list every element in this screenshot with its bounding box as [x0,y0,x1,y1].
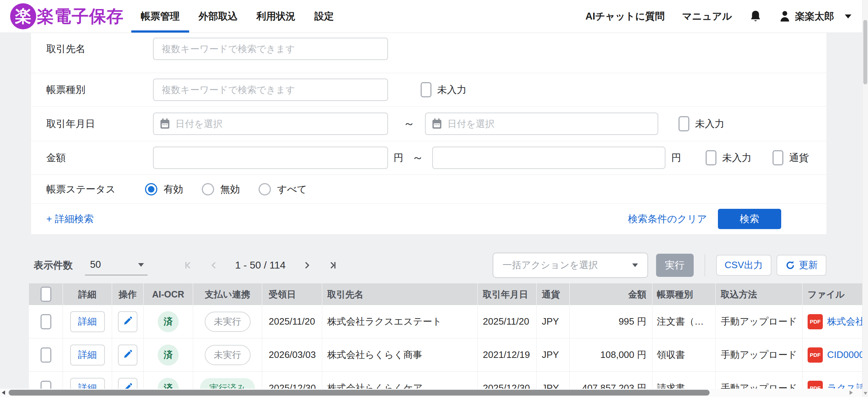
chevron-down-icon [632,263,638,267]
horizontal-scrollbar[interactable] [0,389,862,397]
doctype-blank-checkbox[interactable] [421,82,431,97]
amount-cell: 407,857,203 円 [570,372,652,389]
advanced-search-link[interactable]: + 詳細検索 [46,212,94,225]
payment-link-cell: 実行済み [193,372,262,389]
search-footer: + 詳細検索 検索条件のクリア 検索 [31,204,826,234]
search-button[interactable]: 検索 [718,209,781,229]
pagination: 1 - 50 / 114 [179,257,341,274]
status-option-無効[interactable]: 無効 [202,183,240,196]
prev-page-button[interactable] [205,257,222,274]
txndate-to-input[interactable]: 日付を選択 [425,113,658,135]
partner-name-cell-text: 株式会社らくらくケア [327,382,423,389]
ai-ocr-cell: 済 [144,372,193,389]
status-option-すべて[interactable]: すべて [259,183,307,196]
amount-cell-text: 995 円 [618,315,646,328]
amount-blank-checkbox[interactable] [706,150,716,165]
radio-icon[interactable] [202,183,214,195]
transaction-date-cell: 2021/12/19 [478,338,537,371]
tab-外部取込[interactable]: 外部取込 [189,0,247,33]
tab-帳票管理[interactable]: 帳票管理 [131,0,189,33]
partner-input[interactable] [153,38,388,60]
pencil-icon [123,383,133,389]
calendar-icon [431,118,442,130]
refresh-button[interactable]: 更新 [776,255,826,276]
documents-table: 詳細操作AI-OCR支払い連携受領日取引先名取引年月日通貨金額帳票種別取込方法フ… [29,283,862,389]
doctype-input[interactable] [153,79,388,101]
scroll-down-arrow-icon[interactable] [864,392,867,395]
notification-bell-icon[interactable] [749,10,762,23]
list-controls: 表示件数 50 1 - 50 / 114 一括アクションを選択 実行 CSV出力… [31,250,826,280]
column-header-取込方法: 取込方法 [716,283,803,305]
table-header-row: 詳細操作AI-OCR支払い連携受領日取引先名取引年月日通貨金額帳票種別取込方法フ… [29,283,862,305]
page-size-select[interactable]: 50 [85,255,148,275]
row-checkbox[interactable] [41,381,51,389]
amount-tilde: ～ [412,150,424,166]
detail-button[interactable]: 詳細 [70,378,105,389]
detail-button[interactable]: 詳細 [70,311,105,332]
transaction-date-cell: 2025/12/30 [478,372,537,389]
currency-cell: JPY [537,305,570,338]
tab-label: 帳票管理 [141,10,180,23]
next-page-button[interactable] [299,257,315,274]
edit-button[interactable] [118,311,137,332]
edit-cell [112,372,144,389]
vertical-scrollbar-thumb[interactable] [863,20,867,84]
pencil-icon [123,316,133,327]
tab-設定[interactable]: 設定 [305,0,343,33]
csv-export-button[interactable]: CSV出力 [716,255,771,276]
vertical-scrollbar[interactable] [862,0,868,397]
column-header-通貨: 通貨 [537,283,570,305]
horizontal-scrollbar-thumb[interactable] [9,390,710,396]
clear-conditions-link[interactable]: 検索条件のクリア [628,212,707,225]
column-header-label: 操作 [119,288,137,300]
column-header-label: 帳票種別 [657,288,693,300]
txndate-blank-checkbox[interactable] [678,116,689,131]
amount-from-input[interactable] [153,147,388,169]
table-row: 詳細済未実行2025/11/20株式会社ラクスエステート2025/11/20JP… [29,305,862,338]
radio-icon[interactable] [259,183,271,195]
detail-button[interactable]: 詳細 [70,345,105,366]
currency-checkbox-label: 通貨 [789,151,809,164]
transaction-date-cell: 2025/11/20 [478,305,537,338]
detail-cell: 詳細 [63,338,112,371]
ai-chat-link[interactable]: AIチャットに質問 [586,10,665,23]
scroll-left-arrow-icon[interactable] [2,390,5,395]
amount-to-input[interactable] [432,147,665,169]
txndate-to-placeholder: 日付を選択 [447,118,495,130]
edit-button[interactable] [118,345,137,366]
bulk-action-select[interactable]: 一括アクションを選択 [493,253,648,278]
txndate-from-input[interactable]: 日付を選択 [153,113,388,135]
currency-checkbox[interactable] [773,150,783,165]
status-option-有効[interactable]: 有効 [145,183,183,196]
main-nav: 帳票管理外部取込利用状況設定 [131,0,343,33]
status-radio-group: 有効無効すべて [145,183,326,196]
transaction-date-cell-text: 2025/11/20 [483,316,529,327]
execute-button[interactable]: 実行 [656,254,694,277]
doc-type-cell-text: 請求書 [657,382,685,389]
app-logo[interactable]: 楽 楽電子保存 [10,0,124,33]
row-checkbox[interactable] [41,347,51,363]
manual-link[interactable]: マニュアル [682,10,732,23]
pdf-file-icon: PDF [808,381,823,389]
edit-button[interactable] [118,378,137,389]
tab-利用状況[interactable]: 利用状況 [247,0,305,33]
payment-status-badge: 未実行 [205,312,251,332]
detail-cell: 詳細 [63,372,112,389]
column-header-label: 詳細 [78,288,97,300]
radio-icon[interactable] [145,183,157,195]
column-header-select [29,283,63,305]
select-all-checkbox[interactable] [41,287,51,302]
app-header: 楽 楽電子保存 帳票管理外部取込利用状況設定 AIチャットに質問 マニュアル 楽… [0,0,868,33]
column-header-label: 取込方法 [721,288,757,300]
file-link[interactable]: ラクス請求書 [827,382,862,389]
row-checkbox[interactable] [41,314,51,329]
user-menu-caret-icon [845,14,851,18]
user-menu[interactable]: 楽楽太郎 [779,10,851,23]
first-page-button[interactable] [179,257,196,274]
file-link[interactable]: 株式会社ラ [827,315,862,328]
scroll-right-arrow-icon[interactable] [850,390,853,395]
last-page-button[interactable] [325,257,341,274]
import-method-cell-text: 手動アップロード [721,349,797,361]
file-link[interactable]: CID0000 [827,349,862,360]
transaction-date-cell-text: 2021/12/19 [483,349,530,360]
